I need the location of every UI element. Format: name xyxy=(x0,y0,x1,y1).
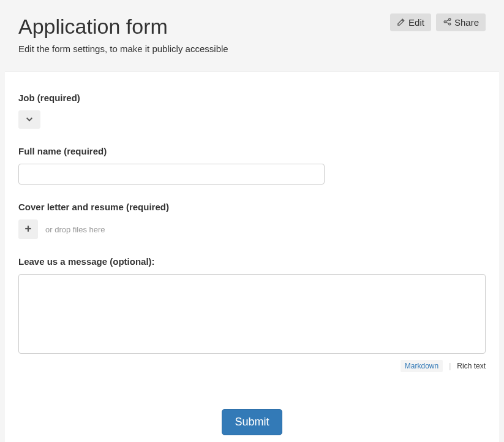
page-title: Application form xyxy=(18,15,228,39)
submit-button[interactable]: Submit xyxy=(222,409,282,435)
share-button-label: Share xyxy=(454,18,479,27)
form-card: Job (required) Full name (required) Cove… xyxy=(5,71,499,442)
separator: | xyxy=(449,362,451,370)
cover-label: Cover letter and resume (required) xyxy=(18,202,486,212)
share-icon xyxy=(443,17,452,28)
upload-hint: or drop files here xyxy=(45,225,105,234)
page-header: Application form Edit the form settings,… xyxy=(5,5,499,71)
share-button[interactable]: Share xyxy=(436,13,486,31)
message-label: Leave us a message (optional): xyxy=(18,256,486,267)
pencil-icon xyxy=(397,17,406,28)
upload-button[interactable] xyxy=(18,219,38,239)
svg-point-2 xyxy=(449,23,451,25)
job-dropdown[interactable] xyxy=(18,110,40,129)
page-subtitle: Edit the form settings, to make it publi… xyxy=(18,44,228,54)
svg-point-0 xyxy=(444,21,446,23)
markdown-toggle[interactable]: Markdown xyxy=(401,360,443,372)
edit-button-label: Edit xyxy=(408,18,424,27)
richtext-toggle[interactable]: Rich text xyxy=(457,362,486,370)
full-name-input[interactable] xyxy=(18,164,325,185)
full-name-label: Full name (required) xyxy=(18,146,486,156)
message-textarea[interactable] xyxy=(18,274,486,354)
edit-button[interactable]: Edit xyxy=(390,13,431,31)
job-label: Job (required) xyxy=(18,93,486,103)
plus-icon xyxy=(24,224,32,235)
svg-point-1 xyxy=(449,18,451,20)
chevron-down-icon xyxy=(25,115,34,125)
